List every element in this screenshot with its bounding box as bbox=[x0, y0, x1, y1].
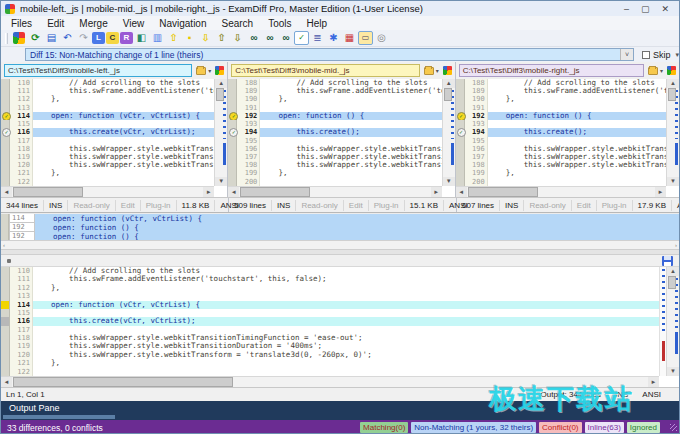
maximize-button[interactable]: ▢ bbox=[641, 4, 650, 14]
scroll-right-icon[interactable]: ► bbox=[431, 187, 442, 197]
left-file-path[interactable]: C:\Test\Test\Diff3\mobile-left._js bbox=[4, 64, 192, 77]
diff-legend-badge[interactable]: Non-Matching (1 yours, 32 theirs) bbox=[411, 422, 536, 433]
find-prev-icon[interactable]: ∞ bbox=[278, 31, 293, 45]
merge-indicator-cell[interactable] bbox=[456, 95, 465, 103]
scroll-down-icon[interactable]: ▼ bbox=[443, 177, 455, 186]
change-marker-cell[interactable] bbox=[1, 317, 10, 325]
chevron-down-icon[interactable]: ▾ bbox=[436, 67, 439, 74]
diff-map[interactable] bbox=[659, 267, 666, 376]
scroll-right-icon[interactable]: ► bbox=[655, 187, 666, 197]
vertical-scrollbar[interactable]: ▲ ▼ bbox=[442, 79, 455, 186]
horizontal-scrollbar[interactable]: ◄ ► bbox=[1, 186, 214, 197]
scroll-left-icon[interactable]: ◄ bbox=[1, 377, 12, 387]
merge-indicator-cell[interactable] bbox=[456, 178, 465, 186]
change-marker-cell[interactable] bbox=[1, 342, 10, 350]
full-screen-icon[interactable]: ▭ bbox=[358, 31, 373, 45]
scroll-right-icon[interactable]: ► bbox=[648, 377, 659, 387]
menu-view[interactable]: View bbox=[123, 18, 145, 29]
merge-indicator-cell[interactable] bbox=[456, 128, 465, 136]
merge-indicator-cell[interactable] bbox=[456, 120, 465, 128]
scroll-down-icon[interactable]: ▼ bbox=[667, 367, 679, 376]
scroll-left-icon[interactable]: ‹ bbox=[3, 242, 5, 248]
horizontal-scrollbar[interactable]: ◄ ► bbox=[456, 186, 666, 197]
scroll-left-icon[interactable]: ◄ bbox=[1, 187, 12, 197]
diff-legend-badge[interactable]: Inline(63) bbox=[585, 422, 624, 433]
center-code-pane[interactable]: 188 // Add scrolling to the slots 189 th… bbox=[228, 79, 455, 197]
merge-indicator-cell[interactable] bbox=[456, 112, 465, 120]
merge-indicator-cell[interactable] bbox=[1, 128, 10, 136]
show-center-pane-icon[interactable]: C bbox=[106, 32, 119, 44]
diff-navigator-select[interactable]: Diff 15: Non-Matching change of 1 line (… bbox=[25, 48, 634, 61]
scroll-thumb[interactable] bbox=[216, 88, 224, 101]
plugins-icon[interactable]: ✱ bbox=[326, 31, 341, 45]
compare-icon[interactable] bbox=[215, 66, 224, 75]
open-file-icon[interactable] bbox=[648, 67, 658, 75]
last-diff-icon[interactable]: ⇩ bbox=[230, 31, 245, 45]
undo-icon[interactable]: ↶ bbox=[60, 31, 75, 45]
scroll-down-icon[interactable]: ▼ bbox=[667, 177, 679, 186]
save-icon[interactable]: ▤ bbox=[44, 31, 59, 45]
show-right-pane-icon[interactable]: R bbox=[120, 32, 133, 44]
toolbar-overflow-icon[interactable]: ▾ bbox=[675, 51, 679, 59]
menu-files[interactable]: Files bbox=[11, 18, 32, 29]
output-pane[interactable]: 110 // Add scrolling to the slots 111 th… bbox=[1, 255, 679, 387]
scroll-left-icon[interactable]: ◄ bbox=[456, 187, 467, 197]
merge-indicator-cell[interactable] bbox=[456, 153, 465, 161]
chevron-down-icon[interactable]: ▾ bbox=[208, 67, 211, 74]
change-marker-cell[interactable] bbox=[1, 359, 10, 367]
merge-indicator-cell[interactable] bbox=[228, 145, 237, 153]
next-diff-icon[interactable]: ⇩ bbox=[198, 31, 213, 45]
scroll-right-icon[interactable]: › bbox=[675, 242, 677, 248]
change-marker-cell[interactable] bbox=[1, 368, 10, 376]
menu-tools[interactable]: Tools bbox=[268, 18, 291, 29]
scroll-up-icon[interactable]: ▲ bbox=[667, 267, 679, 276]
diff-legend-badge[interactable]: Matching(0) bbox=[360, 422, 408, 433]
scroll-thumb[interactable] bbox=[444, 88, 452, 101]
merge-indicator-cell[interactable] bbox=[228, 137, 237, 145]
horizontal-scrollbar[interactable]: ◄ ► bbox=[228, 186, 441, 197]
first-diff-icon[interactable]: ⇧ bbox=[214, 31, 229, 45]
merge-indicator-cell[interactable] bbox=[1, 104, 10, 112]
resize-grip[interactable] bbox=[670, 424, 677, 431]
chevron-down-icon[interactable]: ▾ bbox=[660, 67, 663, 74]
diff-legend-badge[interactable]: Ignored bbox=[627, 422, 660, 433]
chevron-down-icon[interactable]: ˅ bbox=[620, 49, 633, 60]
report-icon[interactable]: ▦ bbox=[342, 31, 357, 45]
merge-indicator-cell[interactable] bbox=[228, 178, 237, 186]
tab-output-pane[interactable]: Output Pane bbox=[9, 403, 60, 413]
show-left-pane-icon[interactable]: L bbox=[92, 32, 105, 44]
change-marker-cell[interactable] bbox=[1, 326, 10, 334]
menu-merge[interactable]: Merge bbox=[79, 18, 107, 29]
merge-indicator-cell[interactable] bbox=[228, 169, 237, 177]
right-code-pane[interactable]: 188 // Add scrolling to the slots 189 th… bbox=[456, 79, 679, 197]
scroll-thumb[interactable] bbox=[668, 276, 676, 289]
merge-indicator-cell[interactable] bbox=[1, 120, 10, 128]
merge-indicator-cell[interactable] bbox=[456, 87, 465, 95]
title-bar[interactable]: mobile-left._js | mobile-mid._js | mobil… bbox=[1, 1, 679, 16]
horizontal-scrollbar[interactable]: ◄ ► bbox=[1, 376, 659, 387]
change-marker-cell[interactable] bbox=[1, 301, 10, 309]
diff-detail-line[interactable]: 114 open: function (vCtr, vCtrList) { bbox=[1, 214, 679, 223]
scroll-thumb[interactable] bbox=[668, 88, 676, 101]
menu-navigation[interactable]: Navigation bbox=[159, 18, 206, 29]
right-file-path[interactable]: C:\Test\Test\Diff3\mobile-right._js bbox=[459, 64, 644, 77]
change-marker-cell[interactable] bbox=[1, 334, 10, 342]
find-next-icon[interactable]: ∞ bbox=[262, 31, 277, 45]
merge-indicator-cell[interactable] bbox=[1, 145, 10, 153]
merge-indicator-cell[interactable] bbox=[1, 112, 10, 120]
merge-indicator-cell[interactable] bbox=[1, 137, 10, 145]
merge-indicator-cell[interactable] bbox=[1, 87, 10, 95]
merge-indicator-cell[interactable] bbox=[1, 169, 10, 177]
scroll-down-icon[interactable]: ▼ bbox=[215, 177, 227, 186]
merge-indicator-cell[interactable] bbox=[228, 79, 237, 87]
change-marker-cell[interactable] bbox=[1, 275, 10, 283]
merge-indicator-cell[interactable] bbox=[228, 87, 237, 95]
change-marker-cell[interactable] bbox=[1, 284, 10, 292]
change-marker-cell[interactable] bbox=[1, 292, 10, 300]
redo-icon[interactable]: ↷ bbox=[76, 31, 91, 45]
merge-indicator-cell[interactable] bbox=[1, 161, 10, 169]
previous-diff-icon[interactable]: ⇧ bbox=[166, 31, 181, 45]
settings-icon[interactable]: ◎ bbox=[374, 31, 389, 45]
scroll-thumb[interactable] bbox=[240, 187, 310, 197]
two-pane-view-icon[interactable]: ◧ bbox=[134, 31, 149, 45]
